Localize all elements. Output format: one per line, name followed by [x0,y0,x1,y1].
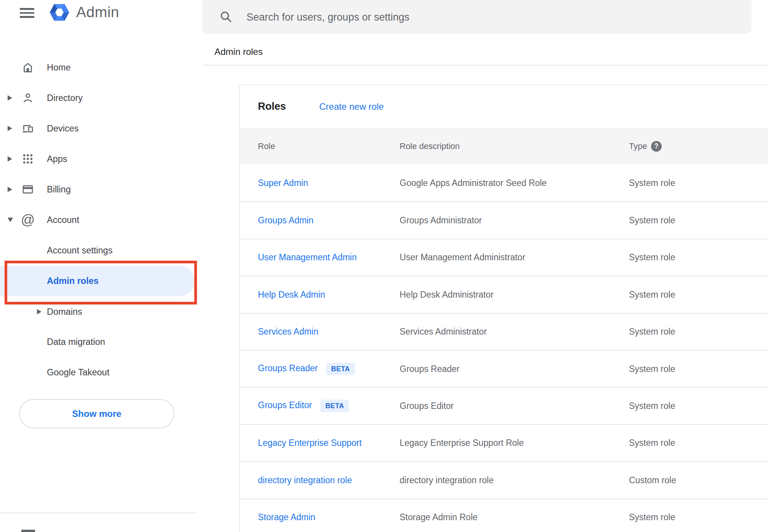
table-row: User Management Admin User Management Ad… [240,239,768,276]
sidebar-item-domains[interactable]: Domains [0,296,195,327]
column-header-type: Type [629,141,647,151]
expand-caret-icon[interactable] [8,186,14,192]
roles-table-body: Super Admin Google Apps Administrator Se… [240,164,768,532]
home-icon [21,61,34,74]
at-sign-icon: @ [21,213,34,226]
expand-caret-icon[interactable] [8,156,14,162]
sidebar-item-label: Apps [47,154,67,164]
sidebar-item-label: Billing [47,184,71,195]
beta-badge: BETA [320,400,349,412]
sidebar: Admin Home Directory Devices Apps [0,0,202,532]
role-type: System role [629,512,675,522]
sidebar-item-data-migration[interactable]: Data migration [0,327,195,357]
sidebar-item-label: Devices [47,123,79,134]
role-description: User Management Administrator [400,252,525,263]
role-link[interactable]: Help Desk Admin [258,289,325,299]
column-header-description: Role description [400,141,460,151]
sidebar-item-admin-roles[interactable]: Admin roles [0,266,195,296]
table-row: Help Desk Admin Help Desk Administrator … [240,276,768,312]
role-link[interactable]: Groups Editor [258,400,312,410]
search-icon [219,10,233,25]
role-type: System role [629,252,675,263]
table-header-row: Role Role description Type ? [240,128,768,164]
sidebar-item-label: Home [47,62,71,73]
role-description: Groups Reader [400,364,459,374]
role-type: System role [629,401,675,411]
role-type: System role [629,289,675,300]
table-row: Services Admin Services Administrator Sy… [240,313,768,350]
type-help-icon[interactable]: ? [651,141,662,152]
global-search-bar[interactable] [202,0,752,34]
partial-bottom-icon [21,530,35,532]
sidebar-item-label: Account settings [47,245,112,256]
sidebar-divider [0,513,197,513]
sidebar-item-label: Domains [47,307,82,317]
sidebar-item-label: Account [47,215,79,225]
role-type: System role [629,364,675,374]
roles-card: Roles Create new role Role Role descript… [239,85,768,532]
column-header-role: Role [258,141,275,151]
credit-card-icon [21,183,34,196]
role-description: directory integration role [400,475,494,485]
person-icon [21,91,34,104]
sidebar-item-devices[interactable]: Devices [0,113,195,144]
role-type: Custom role [629,475,676,485]
table-row: Groups ReaderBETA Groups Reader System r… [240,350,768,387]
create-new-role-link[interactable]: Create new role [319,85,384,128]
role-link[interactable]: Super Admin [258,178,308,187]
search-input[interactable] [246,0,723,35]
sidebar-item-account-settings[interactable]: Account settings [0,235,195,266]
role-link[interactable]: User Management Admin [258,252,357,262]
admin-console-screen: Admin Home Directory Devices Apps [0,0,768,532]
role-link[interactable]: Groups Admin [258,215,314,225]
role-type: System role [629,215,675,226]
role-description: Legacy Enterprise Support Role [400,438,524,448]
expand-caret-icon[interactable] [8,125,14,131]
role-link[interactable]: directory integration role [258,475,352,485]
table-row: Groups EditorBETA Groups Editor System r… [240,387,768,424]
sidebar-item-label: Google Takeout [47,367,109,378]
role-link[interactable]: Groups Reader [258,363,318,373]
sidebar-item-google-takeout[interactable]: Google Takeout [0,357,195,388]
apps-grid-icon [21,152,34,165]
role-link[interactable]: Storage Admin [258,512,315,522]
role-type: System role [629,327,675,337]
show-more-button[interactable]: Show more [19,399,174,428]
role-description: Help Desk Administrator [400,289,494,300]
role-type: System role [629,438,675,448]
role-type: System role [629,178,675,188]
sidebar-item-directory[interactable]: Directory [0,83,195,113]
sidebar-item-billing[interactable]: Billing [0,174,195,205]
role-description: Services Administrator [400,327,487,337]
expand-caret-icon[interactable] [37,309,43,315]
sidebar-item-apps[interactable]: Apps [0,144,195,174]
sidebar-item-label: Directory [47,93,83,103]
table-row: Storage Admin Storage Admin Role System … [240,498,768,532]
page-title: Admin roles [214,46,263,57]
role-description: Google Apps Administrator Seed Role [400,178,547,188]
table-row: Legacy Enterprise Support Legacy Enterpr… [240,424,768,461]
sidebar-item-label: Admin roles [47,276,99,286]
roles-card-header: Roles Create new role [240,85,768,128]
role-description: Groups Editor [400,401,454,411]
table-row: directory integration role directory int… [240,461,768,498]
header-divider [202,65,768,66]
role-description: Storage Admin Role [400,512,478,522]
sidebar-nav: Home Directory Devices Apps Billing @ Ac… [0,0,202,532]
role-link[interactable]: Services Admin [258,327,318,337]
sidebar-item-home[interactable]: Home [0,52,195,83]
table-row: Super Admin Google Apps Administrator Se… [240,164,768,201]
sidebar-item-account[interactable]: @ Account [0,205,195,235]
role-link[interactable]: Legacy Enterprise Support [258,438,362,448]
sidebar-item-label: Data migration [47,337,105,347]
beta-badge: BETA [326,362,355,375]
table-row: Groups Admin Groups Administrator System… [240,201,768,238]
roles-heading: Roles [258,85,286,128]
devices-icon [21,122,34,135]
expand-caret-icon[interactable] [8,217,14,223]
role-description: Groups Administrator [400,215,482,226]
expand-caret-icon[interactable] [8,95,14,101]
